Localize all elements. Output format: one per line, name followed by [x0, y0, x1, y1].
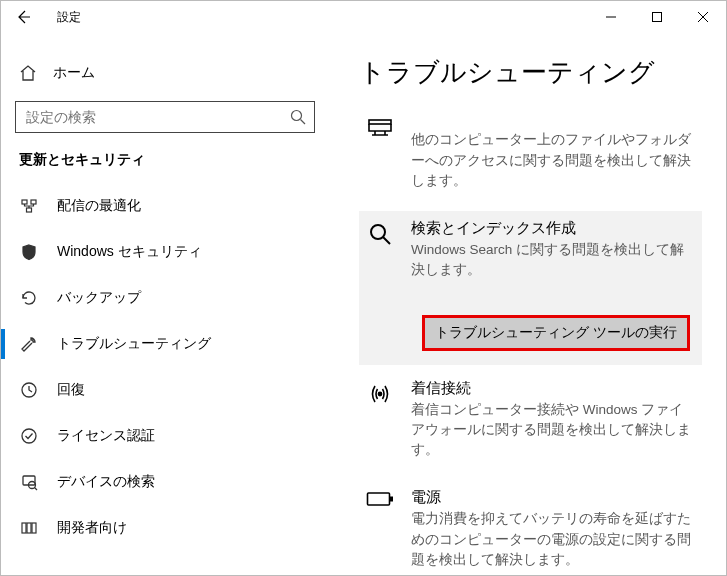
battery-icon [363, 488, 397, 570]
search-box[interactable] [15, 101, 315, 133]
sidebar-item-label: バックアップ [57, 289, 141, 307]
troubleshoot-desc: 電力消費を抑えてバッテリの寿命を延ばすためのコンピューターの電源の設定に関する問… [411, 509, 692, 570]
sidebar-item-developers[interactable]: 開発者向け [1, 505, 329, 551]
troubleshoot-title: 検索とインデックス作成 [411, 219, 692, 238]
sidebar-item-activation[interactable]: ライセンス認証 [1, 413, 329, 459]
search-index-icon [363, 219, 397, 351]
troubleshoot-title: 着信接続 [411, 379, 692, 398]
run-troubleshooter-button[interactable]: トラブルシューティング ツールの実行 [422, 315, 690, 351]
sidebar-item-windows-security[interactable]: Windows セキュリティ [1, 229, 329, 275]
sidebar-item-label: Windows セキュリティ [57, 243, 202, 261]
svg-rect-16 [390, 497, 393, 502]
svg-rect-4 [27, 208, 32, 212]
sidebar-item-label: 配信の最適化 [57, 197, 141, 215]
main-panel: トラブルシューティング 共有フォルダー 他のコンピューター上のファイルやフォルダ… [329, 33, 726, 575]
find-device-icon [19, 472, 39, 492]
window-title: 設定 [57, 9, 81, 26]
shared-folder-icon [363, 116, 397, 191]
minimize-icon [606, 12, 616, 22]
shield-icon [19, 242, 39, 262]
arrow-left-icon [15, 9, 31, 25]
sidebar-item-label: デバイスの検索 [57, 473, 155, 491]
sidebar-item-label: 開発者向け [57, 519, 127, 537]
sidebar-home[interactable]: ホーム [1, 53, 329, 93]
back-button[interactable] [1, 1, 45, 33]
sidebar-item-label: 回復 [57, 381, 85, 399]
svg-point-13 [371, 225, 385, 239]
troubleshoot-item-shared-folder[interactable]: 共有フォルダー 他のコンピューター上のファイルやフォルダーへのアクセスに関する問… [359, 108, 702, 205]
troubleshoot-title: 電源 [411, 488, 692, 507]
search-input[interactable] [16, 102, 282, 132]
delivery-icon [19, 196, 39, 216]
sidebar-item-find-device[interactable]: デバイスの検索 [1, 459, 329, 505]
svg-rect-10 [27, 523, 31, 533]
minimize-button[interactable] [588, 1, 634, 33]
svg-rect-15 [368, 493, 390, 505]
svg-rect-11 [32, 523, 36, 533]
svg-rect-2 [22, 200, 27, 204]
svg-point-1 [292, 111, 302, 121]
wrench-icon [19, 334, 39, 354]
sidebar-item-troubleshoot[interactable]: トラブルシューティング [1, 321, 329, 367]
sidebar-item-recovery[interactable]: 回復 [1, 367, 329, 413]
svg-point-14 [378, 392, 381, 395]
search-icon [282, 101, 314, 133]
page-title: トラブルシューティング [359, 55, 702, 90]
recovery-icon [19, 380, 39, 400]
sidebar-item-label: ライセンス認証 [57, 427, 155, 445]
maximize-button[interactable] [634, 1, 680, 33]
close-icon [698, 12, 708, 22]
svg-rect-12 [369, 120, 391, 124]
troubleshoot-item-power[interactable]: 電源 電力消費を抑えてバッテリの寿命を延ばすためのコンピューターの電源の設定に関… [359, 480, 702, 575]
close-button[interactable] [680, 1, 726, 33]
incoming-connections-icon [363, 379, 397, 461]
sidebar-item-label: トラブルシューティング [57, 335, 211, 353]
sidebar-item-backup[interactable]: バックアップ [1, 275, 329, 321]
troubleshoot-item-incoming-connections[interactable]: 着信接続 着信コンピューター接続や Windows ファイアウォールに関する問題… [359, 371, 702, 475]
sidebar-category: 更新とセキュリティ [1, 151, 329, 183]
troubleshoot-desc: 着信コンピューター接続や Windows ファイアウォールに関する問題を検出して… [411, 400, 692, 461]
maximize-icon [652, 12, 662, 22]
home-icon [19, 64, 37, 82]
developers-icon [19, 518, 39, 538]
troubleshoot-desc: 他のコンピューター上のファイルやフォルダーへのアクセスに関する問題を検出して解決… [411, 130, 692, 191]
svg-rect-3 [31, 200, 36, 204]
svg-point-6 [22, 429, 36, 443]
sidebar-item-delivery-optimization[interactable]: 配信の最適化 [1, 183, 329, 229]
svg-rect-9 [22, 523, 26, 533]
troubleshoot-desc: Windows Search に関する問題を検出して解決します。 [411, 240, 692, 281]
troubleshoot-item-search-indexing[interactable]: 検索とインデックス作成 Windows Search に関する問題を検出して解決… [359, 211, 702, 365]
activation-icon [19, 426, 39, 446]
sidebar: ホーム 更新とセキュリティ 配信の最適化 Windows セキュリティ [1, 33, 329, 575]
sidebar-home-label: ホーム [53, 64, 95, 82]
backup-icon [19, 288, 39, 308]
svg-rect-0 [653, 13, 662, 22]
titlebar: 設定 [1, 1, 726, 33]
